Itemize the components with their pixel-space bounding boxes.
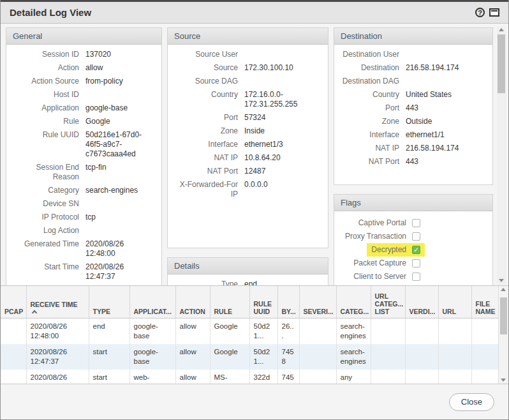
field-row-generated-time: Generated Time2020/08/26 12:48:00 [11,239,155,259]
flag-row-packet-capture: Packet Capture [339,257,486,270]
flag-row-proxy-transaction: Proxy Transaction [339,230,486,243]
field-row-destination-dag: Destination DAG [339,77,486,86]
field-value: 0.0.0.0 [244,180,321,199]
column-header-severi-[interactable]: SEVERI... [299,286,336,318]
column-header-receive-time[interactable]: RECEIVE TIME [26,286,89,318]
column-header-label: TYPE [93,308,126,315]
column-destination-flags: DestinationDestination UserDestination21… [334,27,493,285]
field-value [85,226,155,236]
column-header-applicat-[interactable]: APPLICAT... [129,286,175,318]
column-header-label: URL CATEG... LIST [375,292,401,315]
table-header-row: PCAPRECEIVE TIMETYPEAPPLICAT...ACTIONRUL… [1,286,499,318]
details-panel-body: TypeendBytes54322 [168,274,328,285]
field-label: Interface [339,130,406,140]
column-header-label: FILE NAME [476,300,496,315]
field-label: Country [339,90,406,100]
table-cell: allow [175,370,210,385]
scroll-down-arrow-icon[interactable] [499,279,504,282]
table-cell [471,344,499,370]
table-row[interactable]: 2020/08/26 12:48:00endgoogle-baseallowGo… [1,318,499,344]
field-row-rule-uuid: Rule UUID50d216e1-67d0-46f5-a9c7-c7673ca… [11,130,155,159]
table-cell: 322d9... [249,370,277,385]
flag-checkbox[interactable]: ✓ [412,246,420,254]
field-label: Interface [173,140,244,149]
column-header-by-[interactable]: BY... [277,286,299,318]
table-row[interactable]: 2020/08/26 12:47:37startweb-browsingallo… [1,370,499,385]
field-label: Zone [173,126,244,136]
flag-checkbox[interactable] [412,273,420,281]
field-row-zone: ZoneOutside [339,117,486,126]
field-value: allow [85,63,155,73]
field-value: 2020/08/26 12:48:00 [85,239,155,259]
field-row-destination: Destination216.58.194.174 [339,63,486,73]
flag-inner: Client to Server [349,270,425,283]
destination-panel-body: Destination UserDestination216.58.194.17… [334,45,492,184]
field-value: 172.30.100.10 [244,63,321,73]
column-header-url[interactable]: URL [438,286,471,318]
field-row-log-action: Log Action [11,226,155,236]
panels-scrollbar-thumb[interactable] [498,34,505,93]
table-cell [1,344,26,370]
maximize-window-icon[interactable] [489,8,499,17]
table-scrollbar[interactable] [498,286,508,384]
column-header-verdi-[interactable]: VERDI... [405,286,438,318]
field-row-ip-protocol: IP Protocoltcp [11,213,155,222]
source-panel: SourceSource UserSource172.30.100.10Sour… [167,27,328,248]
close-button[interactable]: Close [449,393,494,411]
details-panel-title: Details [168,258,328,274]
titlebar-icons: ? [475,8,499,17]
table-cell [471,370,499,385]
column-header-file-name[interactable]: FILE NAME [471,286,499,318]
field-label: Generated Time [11,239,85,259]
flag-checkbox[interactable] [412,219,420,227]
table-cell [371,344,405,370]
table-cell [299,318,336,344]
field-value: tcp-fin [85,163,155,182]
table-cell [371,318,405,344]
field-value: Outside [406,117,486,126]
field-value: google-base [85,103,155,113]
table-cell: search-engines [336,344,371,370]
field-row-source: Source172.30.100.10 [173,63,321,73]
table-cell: Google [210,318,249,344]
column-header-pcap[interactable]: PCAP [1,286,26,318]
field-row-session-end-reason: Session End Reasontcp-fin [11,163,155,182]
flag-inner: Captive Portal [354,216,425,230]
column-header-label: VERDI... [409,308,434,315]
column-header-label: APPLICAT... [134,308,172,315]
table-scroll-down-arrow-icon[interactable] [501,379,506,382]
column-header-rule[interactable]: RULE [210,286,249,318]
scroll-up-arrow-icon[interactable] [499,28,504,31]
column-header-categ-[interactable]: CATEG... [336,286,371,318]
field-value [85,90,155,100]
column-header-rule-uuid[interactable]: RULE UUID [249,286,277,318]
column-header-label: ACTION [180,308,206,315]
table-scroll-up-arrow-icon[interactable] [501,288,506,291]
field-value: end [244,280,321,285]
column-header-url-categ-list[interactable]: URL CATEG... LIST [371,286,405,318]
panels-scrollbar[interactable] [497,26,506,284]
field-label: Source DAG [173,77,244,86]
column-header-label: RULE [214,308,246,315]
field-row-device-sn: Device SN [11,199,155,209]
table-cell: web-browsing [129,370,175,385]
table-row[interactable]: 2020/08/26 12:47:37startgoogle-baseallow… [1,344,499,370]
field-value: search-engines [85,186,155,195]
field-row-start-time: Start Time2020/08/26 12:47:37 [11,262,155,281]
table-cell: 50d21... [249,344,277,370]
field-row-nat-ip: NAT IP10.8.64.20 [173,153,321,163]
field-row-source-user: Source User [173,50,321,59]
column-general: GeneralSession ID137020ActionallowAction… [6,27,162,285]
flag-checkbox[interactable] [412,232,420,241]
field-row-x-forwarded-for-ip: X-Forwarded-For IP0.0.0.0 [173,180,321,199]
flag-inner: Proxy Transaction [341,230,425,243]
column-header-action[interactable]: ACTION [175,286,210,318]
table-cell: 7458 [277,370,299,385]
flag-checkbox[interactable] [412,259,420,267]
table-cell [471,318,499,344]
table-scrollbar-thumb[interactable] [500,297,507,334]
field-row-nat-port: NAT Port443 [339,157,486,167]
column-header-type[interactable]: TYPE [89,286,129,318]
help-icon[interactable]: ? [475,8,485,17]
field-label: Destination User [339,50,406,59]
